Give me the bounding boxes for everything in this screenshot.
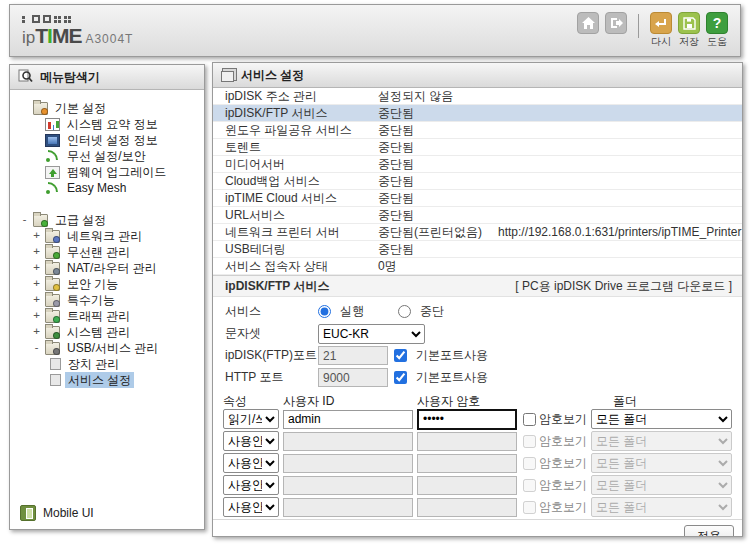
bottom-action-bar: 적용 <box>213 519 742 536</box>
tree-item-nat-router[interactable]: +NAT/라우터 관리 <box>18 260 200 276</box>
help-icon[interactable]: ? <box>706 12 728 34</box>
home-icon[interactable] <box>577 12 599 34</box>
service-row[interactable]: URL서비스중단됨 <box>213 207 742 224</box>
folder-router-icon <box>45 262 60 275</box>
folder-gear-icon <box>33 102 48 115</box>
ipdisk-drive-download-link[interactable]: [ PC용 ipDISK Drive 프로그램 다운로드 ] <box>515 278 732 295</box>
user-row-2: 사용안함 암호보기 모든 폴더 <box>223 431 732 451</box>
attr-select[interactable]: 사용안함 <box>223 453 279 473</box>
tree-item-advanced-settings[interactable]: -고급 설정 <box>18 212 200 228</box>
ftp-port-input[interactable] <box>318 346 388 365</box>
section-header: ipDISK/FTP 서비스 [ PC용 ipDISK Drive 프로그램 다… <box>213 275 742 297</box>
page-icon <box>50 358 61 370</box>
attr-select[interactable]: 사용안함 <box>223 431 279 451</box>
tree-item-basic-settings[interactable]: 기본 설정 <box>18 100 200 116</box>
tree-item-system-summary[interactable]: 시스템 요약 정보 <box>18 116 200 132</box>
folder-select[interactable]: 모든 폴더 <box>591 475 732 495</box>
service-row[interactable]: 윈도우 파일공유 서비스중단됨 <box>213 122 742 139</box>
charset-select[interactable]: EUC-KR <box>318 324 425 344</box>
service-row[interactable]: Cloud백업 서비스중단됨 <box>213 173 742 190</box>
help-label: 도움 <box>707 35 727 49</box>
folder-usb-icon <box>45 342 60 355</box>
ftp-port-label: ipDISK(FTP)포트 <box>225 347 318 364</box>
user-id-input[interactable] <box>283 410 413 429</box>
user-id-input[interactable] <box>283 432 413 451</box>
service-row[interactable]: USB테더링중단됨 <box>213 241 742 258</box>
tree-item-firmware-upgrade[interactable]: 펌웨어 업그레이드 <box>18 164 200 180</box>
mobile-ui-label: Mobile UI <box>43 506 94 520</box>
attr-select[interactable]: 읽기/쓰기 <box>223 409 279 429</box>
password-input[interactable] <box>417 409 517 430</box>
service-row[interactable]: ipTIME Cloud 서비스중단됨 <box>213 190 742 207</box>
folder-tools-icon <box>45 294 60 307</box>
service-row[interactable]: ipDISK 주소 관리설정되지 않음 <box>213 88 742 105</box>
show-password-checkbox[interactable] <box>523 501 536 514</box>
service-row[interactable]: 미디어서버중단됨 <box>213 156 742 173</box>
http-default-port-label: 기본포트사용 <box>416 369 488 386</box>
service-run-radio[interactable] <box>318 305 331 318</box>
tree-item-easy-mesh[interactable]: Easy Mesh <box>18 180 200 196</box>
attr-select[interactable]: 사용안함 <box>223 475 279 495</box>
top-actions: 다시 저장 ? 도움 <box>577 12 728 49</box>
tree-item-network-management[interactable]: +네트워크 관리 <box>18 228 200 244</box>
tree-item-service-settings[interactable]: 서비스 설정 <box>18 372 200 388</box>
tree-item-wlan-management[interactable]: +무선랜 관리 <box>18 244 200 260</box>
service-row[interactable]: 네트워크 프린터 서버중단됨(프린터없음)http://192.168.0.1:… <box>213 224 742 241</box>
tree-item-device-management[interactable]: 장치 관리 <box>18 356 200 372</box>
refresh-icon[interactable] <box>650 12 672 34</box>
folder-select[interactable]: 모든 폴더 <box>591 497 732 517</box>
show-password-checkbox[interactable] <box>523 413 536 426</box>
service-row[interactable]: 서비스 접속자 상태0명 <box>213 258 742 275</box>
charset-label: 문자셋 <box>225 325 318 342</box>
service-status-list: ipDISK 주소 관리설정되지 않음 ipDISK/FTP 서비스중단됨 윈도… <box>213 88 742 275</box>
http-port-input[interactable] <box>318 368 388 387</box>
user-id-header: 사용자 ID <box>283 393 417 410</box>
folder-system-icon <box>45 326 60 339</box>
tree-item-special-functions[interactable]: +특수기능 <box>18 292 200 308</box>
save-icon[interactable] <box>678 12 700 34</box>
folder-select[interactable]: 모든 폴더 <box>591 431 732 451</box>
folder-select[interactable]: 모든 폴더 <box>591 453 732 473</box>
password-input[interactable] <box>417 476 517 495</box>
mobile-ui-link[interactable]: Mobile UI <box>10 499 204 529</box>
user-id-input[interactable] <box>283 476 413 495</box>
logo-t: T <box>35 24 47 48</box>
folder-select[interactable]: 모든 폴더 <box>591 409 732 429</box>
folder-lock-icon <box>45 278 60 291</box>
tree-item-usb-service-management[interactable]: -USB/서비스 관리 <box>18 340 200 356</box>
save-label: 저장 <box>679 35 699 49</box>
password-input[interactable] <box>417 454 517 473</box>
tree-item-security[interactable]: +보안 기능 <box>18 276 200 292</box>
attr-select[interactable]: 사용안함 <box>223 497 279 517</box>
user-id-input[interactable] <box>283 454 413 473</box>
ftp-default-port-checkbox[interactable] <box>394 349 407 362</box>
tree-item-system-management[interactable]: +시스템 관리 <box>18 324 200 340</box>
password-input[interactable] <box>417 432 517 451</box>
apply-button[interactable]: 적용 <box>684 525 734 536</box>
logout-icon[interactable] <box>605 12 627 34</box>
show-password-checkbox[interactable] <box>523 435 536 448</box>
show-password-label: 암호보기 <box>539 499 587 516</box>
wireless-icon <box>45 182 60 195</box>
folder-plus-icon <box>33 214 48 227</box>
stop-label: 중단 <box>420 303 444 320</box>
service-stop-radio[interactable] <box>398 305 411 318</box>
password-header: 사용자 암호 <box>417 393 613 410</box>
sidebar-panel: 메뉴탐색기 기본 설정 시스템 요약 정보 인터넷 설정 정보 무선 설정/보안… <box>9 64 205 530</box>
main-header: 서비스 설정 <box>213 63 742 88</box>
password-input[interactable] <box>417 498 517 517</box>
tree-item-wireless-security[interactable]: 무선 설정/보안 <box>18 148 200 164</box>
logo-dots-pattern <box>22 14 133 23</box>
service-row-selected[interactable]: ipDISK/FTP 서비스중단됨 <box>213 105 742 122</box>
service-row[interactable]: 토렌트중단됨 <box>213 139 742 156</box>
show-password-checkbox[interactable] <box>523 479 536 492</box>
wireless-icon <box>45 150 60 163</box>
user-id-input[interactable] <box>283 498 413 517</box>
show-password-checkbox[interactable] <box>523 457 536 470</box>
folder-wireless-icon <box>45 246 60 259</box>
tree-item-traffic-management[interactable]: +트래픽 관리 <box>18 308 200 324</box>
tree-item-internet-info[interactable]: 인터넷 설정 정보 <box>18 132 200 148</box>
http-default-port-checkbox[interactable] <box>394 371 407 384</box>
show-password-label: 암호보기 <box>539 411 587 428</box>
folder-traffic-icon <box>45 310 60 323</box>
